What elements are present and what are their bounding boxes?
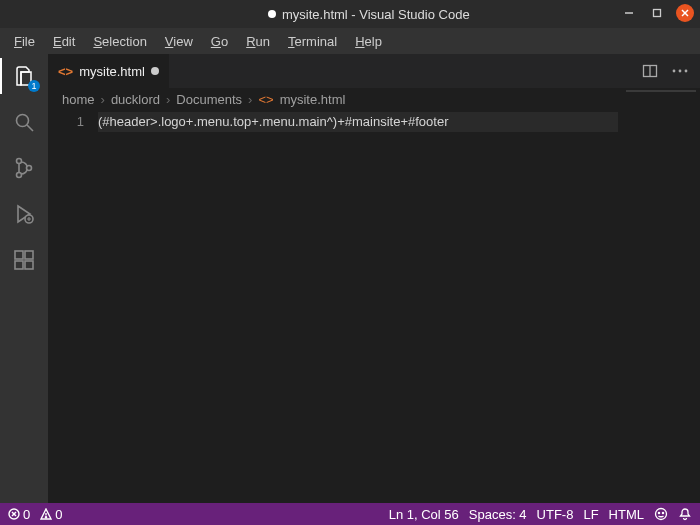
line-gutter: 1 [48, 110, 98, 503]
editor-group: <> mysite.html home › ducklord › Documen… [48, 54, 700, 503]
run-debug-icon[interactable] [10, 200, 38, 228]
status-feedback-icon[interactable] [654, 507, 668, 521]
svg-point-6 [17, 159, 22, 164]
search-icon[interactable] [10, 108, 38, 136]
code-area[interactable]: (#header>.logo+.menu.top+.menu.main^)+#m… [98, 110, 700, 503]
status-warnings[interactable]: 0 [40, 507, 62, 522]
svg-point-7 [17, 173, 22, 178]
extensions-icon[interactable] [10, 246, 38, 274]
status-errors[interactable]: 0 [8, 507, 30, 522]
menu-file[interactable]: File [6, 32, 43, 51]
svg-point-18 [679, 70, 682, 73]
svg-point-24 [46, 517, 47, 518]
menu-view[interactable]: View [157, 32, 201, 51]
vscode-window: mysite.html - Visual Studio Code File Ed… [0, 0, 700, 525]
status-bar: 0 0 Ln 1, Col 56 Spaces: 4 UTF-8 LF HTML [0, 503, 700, 525]
svg-rect-13 [25, 261, 33, 269]
code-line[interactable]: (#header>.logo+.menu.top+.menu.main^)+#m… [98, 112, 618, 132]
menu-terminal[interactable]: Terminal [280, 32, 345, 51]
explorer-icon[interactable]: 1 [10, 62, 38, 90]
svg-line-5 [27, 125, 33, 131]
menu-selection[interactable]: Selection [85, 32, 154, 51]
explorer-badge: 1 [28, 80, 40, 92]
text-editor[interactable]: 1 (#header>.logo+.menu.top+.menu.main^)+… [48, 110, 700, 503]
status-eol[interactable]: LF [583, 507, 598, 522]
svg-point-26 [658, 512, 659, 513]
chevron-right-icon: › [101, 92, 105, 107]
menu-edit[interactable]: Edit [45, 32, 83, 51]
chevron-right-icon: › [248, 92, 252, 107]
window-controls [620, 4, 694, 22]
crumb-home[interactable]: home [62, 92, 95, 107]
status-notifications-icon[interactable] [678, 507, 692, 521]
svg-point-17 [673, 70, 676, 73]
close-button[interactable] [676, 4, 694, 22]
minimap[interactable] [626, 90, 696, 92]
activity-bar: 1 [0, 54, 48, 503]
html-file-icon: <> [58, 64, 73, 79]
chevron-right-icon: › [166, 92, 170, 107]
svg-rect-14 [25, 251, 33, 259]
html-file-icon: <> [258, 92, 273, 107]
tabs-bar: <> mysite.html [48, 54, 700, 88]
breadcrumbs[interactable]: home › ducklord › Documents › <> mysite.… [48, 88, 700, 110]
menu-help[interactable]: Help [347, 32, 390, 51]
status-cursor[interactable]: Ln 1, Col 56 [389, 507, 459, 522]
crumb-file[interactable]: mysite.html [280, 92, 346, 107]
menu-run[interactable]: Run [238, 32, 278, 51]
svg-point-4 [17, 115, 29, 127]
tab-label: mysite.html [79, 64, 145, 79]
svg-rect-12 [15, 261, 23, 269]
crumb-ducklord[interactable]: ducklord [111, 92, 160, 107]
svg-rect-1 [654, 10, 661, 17]
tab-actions [642, 54, 700, 88]
modified-dot-icon [151, 67, 159, 75]
menubar: File Edit Selection View Go Run Terminal… [0, 28, 700, 54]
unsaved-dot-icon [268, 10, 276, 18]
status-encoding[interactable]: UTF-8 [537, 507, 574, 522]
maximize-button[interactable] [648, 4, 666, 22]
status-spaces[interactable]: Spaces: 4 [469, 507, 527, 522]
line-number: 1 [48, 112, 84, 132]
window-title: mysite.html - Visual Studio Code [282, 7, 470, 22]
svg-point-25 [656, 509, 667, 520]
svg-point-19 [685, 70, 688, 73]
minimize-button[interactable] [620, 4, 638, 22]
status-language[interactable]: HTML [609, 507, 644, 522]
crumb-documents[interactable]: Documents [176, 92, 242, 107]
split-editor-icon[interactable] [642, 63, 658, 79]
svg-point-27 [662, 512, 663, 513]
svg-rect-11 [15, 251, 23, 259]
workbench: 1 <> mysite.html [0, 54, 700, 503]
titlebar: mysite.html - Visual Studio Code [0, 0, 700, 28]
tab-mysite[interactable]: <> mysite.html [48, 54, 170, 88]
menu-go[interactable]: Go [203, 32, 236, 51]
source-control-icon[interactable] [10, 154, 38, 182]
more-actions-icon[interactable] [672, 69, 688, 73]
